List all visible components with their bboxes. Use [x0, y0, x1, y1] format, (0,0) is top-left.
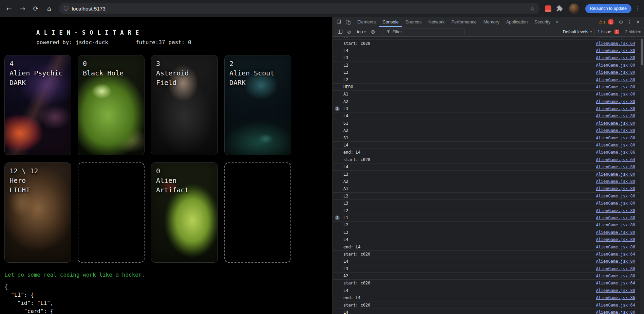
source-link[interactable]: AlienGame.jsx:86: [596, 245, 635, 249]
source-link[interactable]: AlienGame.jsx:64: [596, 41, 635, 46]
tab-console[interactable]: Console: [379, 17, 402, 27]
filter-input[interactable]: Filter: [383, 29, 465, 35]
source-link[interactable]: AlienGame.jsx:86: [596, 295, 635, 300]
source-link[interactable]: AlienGame.jsx:80: [596, 186, 635, 191]
chevron-down-icon: ▾: [590, 30, 592, 34]
console-message: L3: [343, 201, 348, 206]
clear-console-icon[interactable]: ⊘: [347, 29, 351, 35]
console-sidebar-icon[interactable]: [336, 27, 344, 36]
tab-memory[interactable]: Memory: [480, 17, 503, 27]
relaunch-update-button[interactable]: Relaunch to update: [585, 4, 631, 13]
source-link[interactable]: AlienGame.jsx:80: [596, 310, 635, 314]
bookmark-star-icon[interactable]: ☆: [530, 5, 535, 12]
source-link[interactable]: AlienGame.jsx:80: [596, 223, 635, 227]
empty-card-slot[interactable]: [78, 162, 145, 263]
tab-application[interactable]: Application: [503, 17, 531, 27]
code-block: { "L1": { "id": "L1", "card": {: [4, 283, 333, 314]
reload-icon[interactable]: ⟳: [30, 3, 41, 14]
window-content: A L I E N - S O L I T A R E powered by: …: [0, 17, 644, 314]
live-expression-eye-icon[interactable]: [368, 27, 377, 36]
settings-gear-icon[interactable]: ⚙: [617, 19, 625, 25]
url-bar[interactable]: ⓘ localhost:5173 ☆: [59, 3, 540, 14]
source-link[interactable]: AlienGame.jsx:64: [596, 303, 635, 308]
source-link[interactable]: AlienGame.jsx:64: [596, 252, 635, 257]
source-link[interactable]: AlienGame.jsx:80: [596, 179, 635, 184]
toolbar-separator: [622, 29, 622, 35]
source-link[interactable]: AlienGame.jsx:64: [596, 281, 635, 285]
source-link[interactable]: AlienGame.jsx:80: [596, 106, 635, 111]
source-link[interactable]: AlienGame.jsx:80: [596, 266, 635, 271]
error-badge[interactable]: 1: [608, 19, 613, 24]
close-devtools-icon[interactable]: ✕: [634, 19, 642, 25]
card-label: 4 Alien Psychic DARK: [10, 59, 69, 87]
game-card[interactable]: 0 Black Hole: [78, 55, 145, 155]
game-card[interactable]: 12 \ 12 Hero LIGHT: [4, 162, 71, 263]
source-link[interactable]: AlienGame.jsx:80: [596, 143, 635, 147]
source-link[interactable]: AlienGame.jsx:80: [596, 114, 635, 118]
tab-elements[interactable]: Elements: [354, 17, 379, 27]
console-scrollbar[interactable]: [640, 37, 644, 314]
console-message: L4: [343, 288, 348, 293]
source-link[interactable]: AlienGame.jsx:80: [596, 164, 635, 169]
source-link[interactable]: AlienGame.jsx:80: [596, 259, 635, 264]
source-link[interactable]: AlienGame.jsx:80: [596, 37, 635, 38]
tab-performance[interactable]: Performance: [448, 17, 480, 27]
game-card[interactable]: 2 Alien Scout DARK: [224, 55, 291, 155]
source-link[interactable]: AlienGame.jsx:80: [596, 237, 635, 242]
source-link[interactable]: AlienGame.jsx:80: [596, 288, 635, 293]
browser-menu-icon[interactable]: ⋮: [635, 5, 641, 12]
source-link[interactable]: AlienGame.jsx:80: [596, 92, 635, 97]
console-message: L2: [343, 208, 348, 213]
profile-avatar[interactable]: [569, 3, 579, 14]
source-link[interactable]: AlienGame.jsx:80: [596, 77, 635, 82]
source-link[interactable]: AlienGame.jsx:86: [596, 150, 635, 155]
console-row: L4AlienGame.jsx:80: [333, 112, 644, 120]
tab-security[interactable]: Security: [531, 17, 554, 27]
inspect-element-icon[interactable]: [335, 17, 344, 27]
warning-icon[interactable]: ⚠: [599, 19, 603, 24]
console-message: L4: [343, 48, 348, 53]
more-tabs-icon[interactable]: »: [554, 19, 561, 24]
issues-link[interactable]: 1 Issue: 1: [598, 30, 619, 34]
context-selector[interactable]: top ▾: [357, 30, 366, 34]
source-link[interactable]: AlienGame.jsx:80: [596, 63, 635, 68]
source-link[interactable]: AlienGame.jsx:80: [596, 99, 635, 104]
scrollbar-thumb[interactable]: [641, 39, 643, 65]
game-card[interactable]: 4 Alien Psychic DARK: [4, 55, 71, 155]
devtools-tabs: ElementsConsoleSourcesNetworkPerformance…: [354, 17, 554, 27]
source-link[interactable]: AlienGame.jsx:80: [596, 121, 635, 126]
tab-sources[interactable]: Sources: [402, 17, 425, 27]
source-link[interactable]: AlienGame.jsx:80: [596, 136, 635, 140]
source-link[interactable]: AlienGame.jsx:80: [596, 274, 635, 278]
extension-icon[interactable]: [545, 5, 551, 12]
tab-network[interactable]: Network: [425, 17, 448, 27]
source-link[interactable]: AlienGame.jsx:80: [596, 85, 635, 89]
forward-icon[interactable]: →: [17, 3, 28, 14]
console-row: A1AlienGame.jsx:80: [333, 91, 644, 98]
repeat-count-badge: 2: [335, 215, 340, 220]
source-link[interactable]: AlienGame.jsx:80: [596, 172, 635, 177]
source-link[interactable]: AlienGame.jsx:80: [596, 70, 635, 75]
log-levels-dropdown[interactable]: Default levels ▾: [563, 30, 592, 34]
source-link[interactable]: AlienGame.jsx:80: [596, 48, 635, 53]
page-title: A L I E N - S O L I T A R E: [36, 29, 333, 36]
source-link[interactable]: AlienGame.jsx:64: [596, 157, 635, 162]
source-link[interactable]: AlienGame.jsx:80: [596, 201, 635, 206]
empty-card-slot[interactable]: [224, 162, 291, 263]
source-link[interactable]: AlienGame.jsx:80: [596, 128, 635, 133]
devtools-menu-icon[interactable]: ⋮: [625, 19, 634, 25]
source-link[interactable]: AlienGame.jsx:80: [596, 208, 635, 213]
game-card[interactable]: 0 Alien Artifact: [151, 162, 218, 263]
home-icon[interactable]: ⌂: [43, 3, 55, 14]
source-link[interactable]: AlienGame.jsx:80: [596, 55, 635, 60]
site-info-icon[interactable]: ⓘ: [64, 5, 69, 12]
back-icon[interactable]: ←: [3, 3, 15, 14]
device-toolbar-icon[interactable]: [344, 17, 353, 27]
card-label: 12 \ 12 Hero LIGHT: [10, 166, 69, 195]
hidden-messages-label[interactable]: 2 hidden: [625, 30, 641, 34]
source-link[interactable]: AlienGame.jsx:80: [596, 215, 635, 220]
source-link[interactable]: AlienGame.jsx:80: [596, 230, 635, 235]
game-card[interactable]: 3 Asteroid Field: [151, 55, 218, 155]
source-link[interactable]: AlienGame.jsx:80: [596, 194, 635, 198]
extensions-puzzle-icon[interactable]: [556, 5, 563, 12]
